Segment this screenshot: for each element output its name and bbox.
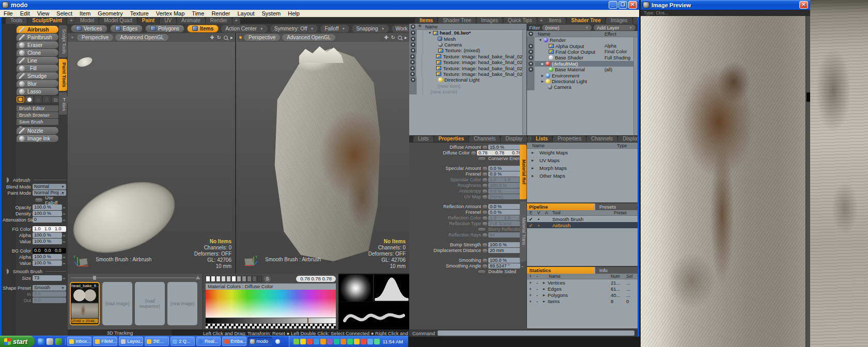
menu-select[interactable]: Select: [53, 10, 76, 17]
taskbar-button-folder[interactable]: 3\E...: [145, 337, 169, 346]
expand-icon[interactable]: ►: [530, 166, 535, 170]
add-layout-tab-button[interactable]: +: [67, 18, 75, 24]
tab-display[interactable]: Display: [501, 136, 527, 142]
visibility-eye-icon[interactable]: [527, 55, 535, 60]
modo-titlebar[interactable]: modo _ ❐ ✕: [0, 0, 639, 10]
menu-vertex-map[interactable]: Vertex Map: [152, 10, 189, 17]
value-marker[interactable]: [307, 318, 308, 323]
menu-item[interactable]: Item: [76, 10, 94, 17]
load-sequence-cell[interactable]: (load sequence): [135, 282, 165, 325]
tab-lists[interactable]: Lists: [413, 136, 433, 142]
menu-geometry[interactable]: Geometry: [94, 10, 126, 17]
menu-help[interactable]: Help: [284, 10, 303, 17]
alpha-ramp[interactable]: [206, 324, 336, 328]
enable-check-icon[interactable]: ✔: [527, 223, 535, 228]
expand-icon[interactable]: ▸: [230, 35, 233, 40]
vertical-tab-sculpt-tools[interactable]: Sculpt Tools: [59, 25, 67, 57]
preview-scrollbar[interactable]: [805, 16, 810, 347]
taskbar-button-embarcadero[interactable]: Emba...: [222, 337, 246, 346]
menu-time[interactable]: Time: [188, 10, 208, 17]
items-scrollbar[interactable]: [522, 30, 526, 135]
tab-channels-2[interactable]: Channels: [586, 136, 617, 142]
rotate-icon[interactable]: ↻: [391, 35, 395, 40]
color-swatch[interactable]: [242, 276, 246, 282]
quick-launch-browser-icon[interactable]: [38, 338, 44, 345]
visibility-eye-icon[interactable]: [527, 61, 535, 67]
taskbar-button-modo[interactable]: modo: [248, 337, 272, 346]
paintbrush-tool-button[interactable]: Paintbrush: [17, 34, 58, 41]
color-swatch[interactable]: [206, 276, 210, 282]
quick-launch-desktop-icon[interactable]: [47, 338, 53, 345]
expand-icon[interactable]: ►: [530, 159, 535, 162]
quick-launch-app-icon[interactable]: [55, 338, 62, 345]
shader-row[interactable]: Camera: [527, 84, 638, 90]
double-sided-checkbox[interactable]: [477, 270, 486, 274]
visibility-eye-icon[interactable]: [527, 49, 535, 55]
list-row[interactable]: ►Morph Maps: [527, 164, 638, 172]
image-thumbnail-selected[interactable]: head_bake_fi ... 2048 x 2048, ...: [70, 282, 100, 325]
mini-slider-icon[interactable]: ◂▸: [62, 255, 66, 259]
color-swatch[interactable]: [237, 276, 241, 282]
shader-row[interactable]: ►Directional Light: [527, 78, 638, 84]
eraser-tool-button[interactable]: Eraser: [17, 41, 58, 49]
tray-icon[interactable]: [367, 339, 373, 344]
tab-shader-tree-2[interactable]: Shader Tree: [566, 18, 605, 24]
reset-button[interactable]: [483, 146, 487, 149]
collapse-icon[interactable]: ▼: [538, 38, 543, 42]
tab-model-quad[interactable]: Model Quad: [99, 18, 136, 24]
statistics-row[interactable]: +-►Polygons40......: [527, 292, 638, 298]
bump-strength-field[interactable]: 100.0 %: [488, 242, 520, 247]
shading-mode-button[interactable]: Advanced OpenGL: [115, 34, 168, 41]
pan-icon[interactable]: ✚: [384, 35, 388, 40]
menu-system[interactable]: System: [258, 10, 285, 17]
shape-preset-dropdown[interactable]: ▼Smooth: [33, 285, 66, 291]
viewport-left[interactable]: ▾ Perspective Advanced OpenGL ✚ ↻ ▸ Y: [68, 33, 236, 274]
reset-button[interactable]: [483, 243, 487, 247]
visible-dot-icon[interactable]: •: [535, 223, 542, 228]
statistics-row[interactable]: +-►Edges61......: [527, 286, 638, 292]
expand-icon[interactable]: ►: [540, 281, 548, 285]
tab-quick-tips-2[interactable]: Quick Tips: [633, 18, 638, 24]
brush-tip-option-button[interactable]: ▨: [52, 96, 59, 103]
tray-icon[interactable]: [320, 339, 326, 344]
view-type-button[interactable]: Perspective: [244, 34, 280, 41]
tab-render[interactable]: Render: [206, 18, 232, 24]
visibility-eye-icon[interactable]: [527, 67, 535, 72]
color-swatch[interactable]: [211, 276, 215, 282]
minimize-button[interactable]: _: [609, 1, 617, 9]
tray-icon[interactable]: [300, 339, 306, 344]
clone-tool-button[interactable]: Clone: [17, 49, 58, 56]
menu-edit[interactable]: Edit: [17, 10, 34, 17]
color-swatch[interactable]: [231, 276, 236, 282]
zoom-icon[interactable]: [398, 36, 402, 40]
list-row[interactable]: ►UV Maps: [527, 156, 638, 164]
texture-image[interactable]: [641, 16, 810, 347]
preview-close-button[interactable]: ✕: [799, 1, 808, 9]
pipeline-tab[interactable]: Pipeline: [527, 203, 594, 210]
tab-channels[interactable]: Channels: [469, 136, 500, 142]
new-scene-row[interactable]: (new scene): [409, 89, 526, 94]
select-plus-button[interactable]: +: [527, 292, 534, 298]
maximize-button[interactable]: ❐: [618, 1, 627, 9]
brush-tip-soft-button[interactable]: [17, 96, 24, 103]
statistics-row[interactable]: +-►Items80: [527, 298, 638, 304]
visibility-eye-icon[interactable]: [409, 77, 417, 83]
item-row[interactable]: Texture: (mixed): [409, 48, 526, 53]
slider-handle[interactable]: [93, 276, 96, 280]
specular-amount-field[interactable]: 0.0 %: [488, 166, 520, 171]
shader-row[interactable]: Alpha OutputAlpha: [527, 43, 638, 49]
taskbar-button-layout[interactable]: Layou...: [119, 337, 143, 346]
tab-animate[interactable]: Animate: [177, 18, 205, 24]
mini-slider-icon[interactable]: ◂▸: [62, 206, 66, 209]
select-minus-button[interactable]: -: [534, 298, 540, 304]
pipeline-row[interactable]: ✔ • Smooth Brush: [527, 216, 638, 222]
expand-icon[interactable]: ►: [540, 293, 548, 297]
select-plus-button[interactable]: +: [527, 286, 534, 292]
vertical-tab-paint-tools[interactable]: Paint Tools: [59, 59, 67, 91]
color-swatch[interactable]: [226, 276, 231, 282]
attenuation-steps-field[interactable]: 0: [33, 217, 62, 223]
brush-editor-button[interactable]: Brush Editor: [17, 105, 58, 112]
tray-icon[interactable]: [307, 339, 313, 344]
conserve-energy-checkbox[interactable]: [477, 156, 486, 161]
tray-icon[interactable]: [347, 339, 353, 344]
